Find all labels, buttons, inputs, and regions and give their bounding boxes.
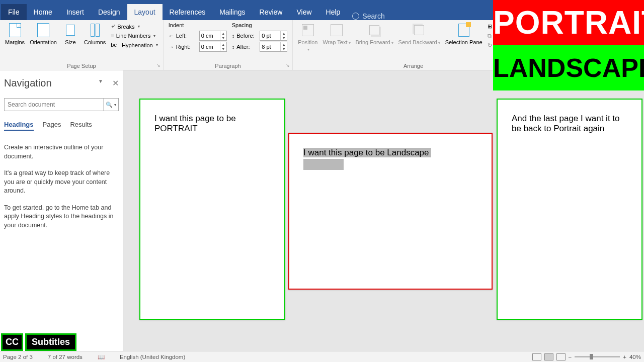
rotate-icon: ↻ <box>488 42 492 49</box>
spacing-before-label: Before: <box>236 33 258 39</box>
tab-help[interactable]: Help <box>319 4 348 20</box>
banner-portrait: PORTRAIT <box>493 0 644 45</box>
banner-landscape: LANDSCAPE <box>493 45 644 90</box>
nav-title: Navigation <box>4 77 52 89</box>
tab-layout[interactable]: Layout <box>127 4 163 20</box>
tab-design[interactable]: Design <box>91 4 127 20</box>
tab-file[interactable]: File <box>1 4 27 20</box>
status-words[interactable]: 7 of 27 words <box>48 354 83 360</box>
status-language[interactable]: English (United Kingdom) <box>120 354 185 360</box>
status-page[interactable]: Page 2 of 3 <box>3 354 33 360</box>
line-numbers-button[interactable]: ≡Line Numbers▾ <box>109 32 159 40</box>
group-label: Page Setup <box>3 62 160 70</box>
nav-search-input[interactable] <box>5 99 103 111</box>
indent-right-label: Right: <box>176 44 197 50</box>
group-icon: ⧉ <box>488 33 492 39</box>
tab-review[interactable]: Review <box>253 4 290 20</box>
send-backward-button: Send Backward▾ <box>396 21 442 47</box>
indent-right-input[interactable]: ▲▼ <box>199 42 227 52</box>
view-web-layout[interactable] <box>556 353 566 360</box>
tab-insert[interactable]: Insert <box>59 4 91 20</box>
page-1-portrait[interactable]: I want this page to be PORTRAIT <box>139 99 285 320</box>
breaks-icon: ⤶ <box>111 23 115 30</box>
indent-right-icon: → <box>169 44 174 50</box>
zoom-level[interactable]: 40% <box>629 354 641 360</box>
nav-tab-headings[interactable]: Headings <box>4 119 34 131</box>
indent-left-icon: ← <box>169 33 174 39</box>
tell-me-search[interactable]: Search <box>347 12 389 20</box>
indent-left-label: Left: <box>176 33 197 39</box>
nav-search[interactable]: 🔍▾ <box>4 98 119 111</box>
navigation-pane: Navigation ▼ ✕ 🔍▾ Headings Pages Results… <box>0 70 123 351</box>
nav-search-button[interactable]: 🔍▾ <box>103 99 118 111</box>
cc-subtitles-badge: CC Subtitles <box>1 333 76 351</box>
hyphenation-icon: bc⁻ <box>111 42 120 48</box>
margins-button[interactable]: Margins <box>3 21 27 47</box>
nav-tab-pages[interactable]: Pages <box>43 119 61 131</box>
spacing-before-input[interactable]: ▲▼ <box>260 31 287 41</box>
zoom-in[interactable]: + <box>623 354 626 360</box>
tab-mailings[interactable]: Mailings <box>212 4 252 20</box>
nav-dropdown-icon[interactable]: ▼ <box>98 78 103 88</box>
group-paragraph: Indent ← Left: ▲▼ → Right: ▲▼ Spacing ↕ … <box>164 20 293 70</box>
nav-tab-results[interactable]: Results <box>70 119 92 131</box>
portrait-landscape-banner: PORTRAIT LANDSCAPE <box>493 0 644 90</box>
align-icon: ⊞ <box>488 23 492 30</box>
document-canvas[interactable]: I want this page to be PORTRAIT I want t… <box>123 70 644 351</box>
tab-home[interactable]: Home <box>27 4 59 20</box>
spacing-after-icon: ↕ <box>232 44 235 50</box>
zoom-out[interactable]: − <box>569 354 572 360</box>
page-setup-launcher[interactable]: ↘ <box>155 62 162 68</box>
paragraph-launcher[interactable]: ↘ <box>285 62 291 68</box>
breaks-button[interactable]: ⤶Breaks▾ <box>109 22 159 31</box>
position-button: Position▾ <box>296 21 319 53</box>
spacing-after-input[interactable]: ▲▼ <box>260 42 287 52</box>
view-print-layout[interactable] <box>544 353 553 360</box>
spacing-after-label: After: <box>236 44 258 50</box>
nav-close-icon[interactable]: ✕ <box>112 78 119 88</box>
spacing-title: Spacing <box>230 22 290 30</box>
tell-me-label: Search <box>362 12 384 20</box>
view-read-mode[interactable] <box>532 353 541 360</box>
zoom-slider[interactable] <box>575 356 620 357</box>
indent-left-input[interactable]: ▲▼ <box>199 31 227 41</box>
page-1-text: I want this page to be PORTRAIT <box>154 114 270 134</box>
group-label: Paragraph <box>167 62 290 70</box>
indent-title: Indent <box>167 22 229 30</box>
lightbulb-icon <box>352 13 359 20</box>
line-numbers-icon: ≡ <box>111 33 114 39</box>
nav-help-text: Create an interactive outline of your do… <box>4 143 119 230</box>
cc-icon: CC <box>1 333 23 351</box>
tab-references[interactable]: References <box>163 4 213 20</box>
page-3-text: And the last page I want it to be back t… <box>512 114 627 134</box>
status-bar: Page 2 of 3 7 of 27 words 📖 English (Uni… <box>0 351 644 362</box>
selection-pane-button[interactable]: Selection Pane <box>443 21 485 47</box>
bring-forward-button: Bring Forward▾ <box>354 21 395 47</box>
page-3-portrait[interactable]: And the last page I want it to be back t… <box>497 99 642 320</box>
subtitles-label: Subtitles <box>25 333 76 351</box>
group-page-setup: Margins Orientation Size Columns ⤶Breaks… <box>0 20 164 70</box>
page-2-landscape[interactable]: I want this page to be Landscape <box>288 133 493 290</box>
page-2-text: I want this page to be Landscape <box>303 148 477 170</box>
tab-view[interactable]: View <box>289 4 318 20</box>
size-button[interactable]: Size <box>60 21 81 47</box>
hyphenation-button[interactable]: bc⁻Hyphenation▾ <box>109 41 159 49</box>
wrap-text-button: Wrap Text▾ <box>320 21 352 47</box>
columns-button[interactable]: Columns <box>82 21 108 47</box>
orientation-button[interactable]: Orientation <box>28 21 59 47</box>
spacing-before-icon: ↕ <box>232 33 235 39</box>
spellcheck-icon[interactable]: 📖 <box>98 353 105 360</box>
